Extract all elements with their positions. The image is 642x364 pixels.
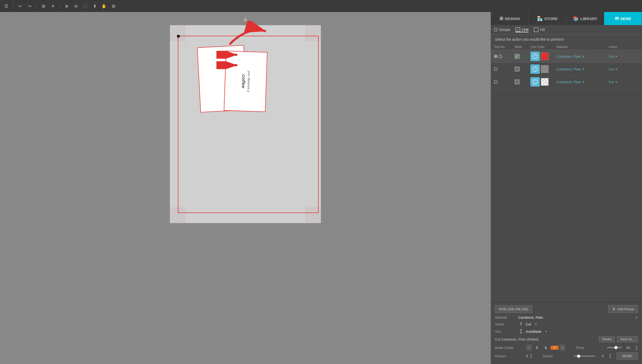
material-dropdown-arrow-2[interactable]: ▼ [582, 68, 585, 71]
action-dropdown[interactable]: ▼ [535, 323, 537, 326]
toolbar: ☰ ↩ ↪ ⊞ ✕ ⊕ ⊖ ⬚ ⬇ ✋ ⊞ [0, 0, 642, 12]
force-thumb[interactable] [614, 346, 617, 349]
action-dropdown-arrow-1[interactable]: ▼ [615, 55, 617, 58]
tab-send[interactable]: ✉ SEND [604, 12, 642, 25]
design-icon: ⊞ [499, 16, 503, 21]
color-rgb-label: RGB (106,106,106) [495, 305, 532, 313]
more-button[interactable]: MORE [617, 352, 638, 360]
color-swatch-3[interactable] [541, 78, 549, 86]
tool-radio-1[interactable] [494, 54, 515, 58]
color-swatch-1[interactable] [541, 52, 549, 60]
zoom-in-icon[interactable]: ⊕ [63, 2, 70, 10]
tab-store[interactable]: 🏪 STORE [529, 12, 566, 25]
material-2[interactable]: Cardstock, Plain ▼ [556, 67, 609, 71]
sub-tab-simple[interactable]: Simple [494, 28, 510, 32]
tool-dropdown[interactable]: ▼ [545, 330, 548, 333]
select-icon[interactable]: ⊞ [40, 2, 47, 10]
force-stepper[interactable]: ▲▼ [635, 345, 638, 350]
color-icon-btn-2[interactable] [530, 64, 540, 74]
speed-slider[interactable]: 4 [574, 354, 604, 358]
pan-icon[interactable]: ✋ [100, 2, 108, 10]
weld-checkbox-3[interactable] [515, 80, 519, 84]
resize-handle-tl[interactable] [177, 35, 180, 38]
svg-rect-12 [520, 322, 522, 323]
line-color-icon-2[interactable] [530, 64, 556, 74]
nav-tabs: ⊞ DESIGN 🏪 STORE 📚 LIBRARY ✉ SEND [491, 12, 642, 25]
material-dropdown-arrow-1[interactable]: ▼ [582, 55, 585, 58]
action-1[interactable]: Cut ▼ [609, 54, 642, 58]
redo-icon[interactable]: ↪ [26, 2, 33, 10]
line-color-icon-3[interactable] [530, 77, 556, 87]
color-icon-btn-1[interactable] [530, 52, 540, 61]
speed-thumb[interactable] [577, 355, 580, 358]
table-row: Cardstock, Plain ▼ Cut ▼ [491, 76, 642, 88]
material-3[interactable]: Cardstock, Plain ▼ [556, 80, 609, 84]
speed-track[interactable] [574, 356, 595, 357]
blade-depth-plus[interactable]: + [560, 344, 565, 351]
save-as-button[interactable]: Save As... [617, 336, 638, 342]
passes-stepper[interactable]: ▲▼ [530, 353, 532, 359]
deselect-icon[interactable]: ✕ [49, 2, 56, 10]
material-dropdown[interactable]: ▼ [635, 316, 638, 319]
store-icon: 🏪 [537, 16, 543, 21]
blade-depth-val-7[interactable]: 7 [551, 346, 559, 350]
tab-design[interactable]: ⊞ DESIGN [491, 12, 529, 25]
svg-rect-13 [520, 329, 522, 330]
revert-button[interactable]: Revert [599, 336, 615, 342]
add-pause-button[interactable]: ⏸ Add Pause [608, 305, 638, 313]
canvas-area[interactable]: ▲ you deserve a coffee [0, 12, 491, 364]
rows-spacer [491, 88, 642, 302]
main-container: ▲ you deserve a coffee ⊞ D [0, 12, 642, 364]
sub-tab-fill[interactable]: Fill [534, 27, 545, 32]
blade-force-row: Blade Depth − 5 6 7 + Force 20 ▲▼ [495, 344, 638, 351]
blade-depth-label: Blade Depth [495, 346, 521, 350]
fill-check[interactable] [534, 27, 538, 32]
autoblade-icon [518, 329, 524, 334]
material-value[interactable]: Cardstock, Plain [518, 316, 632, 319]
action-value[interactable]: Cut [526, 322, 531, 326]
blade-icon [518, 321, 524, 327]
scroll-up-arrow[interactable]: ▲ [242, 15, 249, 23]
force-slider[interactable]: 20 [607, 346, 630, 350]
menu-icon[interactable]: ☰ [3, 2, 10, 10]
card-front[interactable]: you deserve a coffee [224, 51, 268, 112]
cut-title: Cut Cardstock, Plain (Edited) Revert Sav… [495, 336, 638, 342]
blade-depth-minus[interactable]: − [526, 344, 532, 351]
force-track[interactable] [607, 347, 622, 348]
force-label: Force [576, 346, 602, 350]
add-icon[interactable]: ⊞ [110, 2, 117, 10]
action-row: Action Cut ▼ [495, 321, 638, 327]
passes-speed-row: Passes 1 ▲▼ Speed 4 ▲▼ MORE [495, 352, 638, 360]
color-icon-btn-3[interactable] [530, 77, 540, 87]
material-label: Material [495, 316, 516, 319]
line-check[interactable]: ✓ [516, 27, 520, 32]
speed-value: 4 [597, 354, 604, 358]
sub-tab-line[interactable]: ✓ Line [516, 27, 529, 32]
line-color-icon-1[interactable] [530, 52, 556, 61]
action-3[interactable]: Cut ▼ [609, 80, 642, 84]
svg-point-5 [534, 68, 536, 70]
tool-radio-2[interactable] [494, 67, 515, 71]
material-1[interactable]: Cardstock, Plain ▼ [556, 54, 609, 58]
blade-depth-val-5: 5 [533, 346, 541, 350]
weld-checkbox-1[interactable]: ✓ [515, 54, 519, 59]
action-dropdown-arrow-2[interactable]: ▼ [615, 68, 617, 71]
action-dropdown-arrow-3[interactable]: ▼ [615, 81, 617, 83]
download-icon[interactable]: ⬇ [91, 2, 98, 10]
simple-radio[interactable] [494, 28, 498, 32]
tool-row: Tool AutoBlade ▼ [495, 329, 638, 334]
separator [59, 3, 60, 9]
action-2[interactable]: Cut ▼ [609, 67, 642, 71]
color-swatch-2[interactable] [541, 65, 549, 73]
tool-value[interactable]: AutoBlade [526, 330, 541, 333]
tab-library[interactable]: 📚 LIBRARY [566, 12, 604, 25]
tool-radio-3[interactable] [494, 80, 515, 84]
fit-icon[interactable]: ⬚ [82, 2, 89, 10]
speed-stepper[interactable]: ▲▼ [609, 353, 611, 359]
zoom-out-icon[interactable]: ⊖ [72, 2, 80, 10]
table-header: Tool No. Weld Line Color Material Action… [491, 44, 642, 50]
material-dropdown-arrow-3[interactable]: ▼ [582, 81, 585, 83]
undo-icon[interactable]: ↩ [16, 2, 24, 10]
tool-label: Tool [495, 330, 516, 333]
weld-checkbox-2[interactable] [515, 67, 519, 71]
